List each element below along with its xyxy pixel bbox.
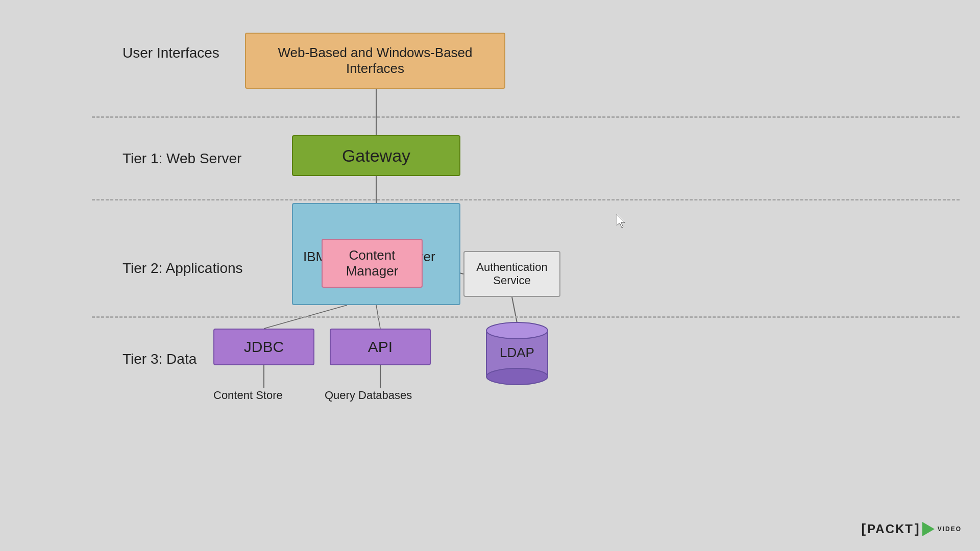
play-icon <box>922 522 935 536</box>
tier-user-interfaces-label: User Interfaces <box>122 45 219 61</box>
content-store-label: Content Store <box>213 389 283 402</box>
tier1-label: Tier 1: Web Server <box>122 151 241 167</box>
svg-text:LDAP: LDAP <box>500 345 534 360</box>
packt-bracket-open: [ <box>861 521 866 537</box>
packt-bracket-close: ] <box>915 521 919 537</box>
svg-point-9 <box>486 322 548 339</box>
separator-2 <box>92 199 960 201</box>
jdbc-box: JDBC <box>213 329 314 365</box>
query-databases-label: Query Databases <box>325 389 412 402</box>
web-based-interfaces-box: Web-Based and Windows-BasedInterfaces <box>245 33 505 89</box>
packt-text: PACKT <box>867 522 914 536</box>
content-manager-box: ContentManager <box>322 239 423 288</box>
diagram-container: User Interfaces Tier 1: Web Server Tier … <box>0 0 980 551</box>
packt-logo: [ PACKT ] VIDEO <box>861 521 962 537</box>
separator-3 <box>92 316 960 318</box>
separator-1 <box>92 116 960 118</box>
mouse-cursor <box>617 214 627 229</box>
authentication-service-box: AuthenticationService <box>463 251 560 297</box>
ldap-cylinder-svg: LDAP <box>484 320 550 387</box>
svg-marker-12 <box>617 214 625 228</box>
svg-point-10 <box>486 368 548 385</box>
video-text: VIDEO <box>938 526 962 532</box>
tier3-label: Tier 3: Data <box>122 351 197 367</box>
tier2-label: Tier 2: Applications <box>122 260 243 277</box>
gateway-box: Gateway <box>292 135 460 176</box>
api-box: API <box>330 329 431 365</box>
